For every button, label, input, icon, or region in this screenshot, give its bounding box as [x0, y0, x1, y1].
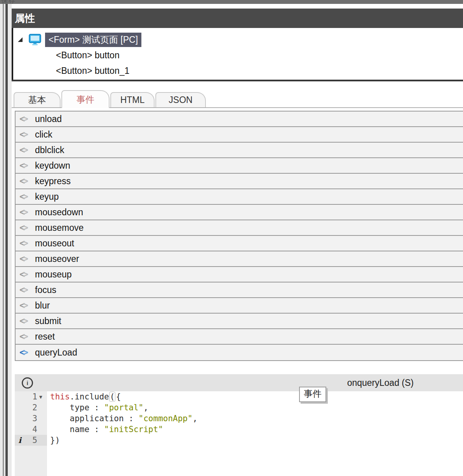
event-row-focus[interactable]: <> focus [16, 282, 463, 298]
code-brackets-icon: <> [19, 176, 33, 186]
code-segment: "initScript" [104, 425, 163, 434]
tooltip-text: 事件 [304, 389, 322, 399]
tab-label: 基本 [28, 94, 46, 106]
code-segment: application : [50, 414, 139, 423]
event-row-blur[interactable]: <> blur [16, 298, 463, 314]
app-screen: 保存 属性 <Form> 测试页面 [PC] <Button> button <… [0, 0, 463, 476]
code-segment: , [143, 403, 148, 412]
tree-item-button[interactable]: <Button> button [13, 47, 463, 63]
code-text: type : "portal", [47, 403, 148, 412]
tree-item-label: <Button> button_1 [56, 65, 129, 77]
event-row-keydown[interactable]: <> keydown [16, 158, 463, 174]
event-row-reset[interactable]: <> reset [16, 329, 463, 345]
tab-label: 事件 [77, 94, 94, 106]
event-name: mousemove [35, 223, 84, 233]
event-row-keypress[interactable]: <> keypress [16, 174, 463, 189]
tab-json[interactable]: JSON [155, 92, 206, 107]
event-name: unload [35, 114, 62, 124]
code-brackets-icon: <> [19, 114, 33, 124]
code-line-2: 2 type : "portal", [15, 402, 463, 413]
event-row-queryload[interactable]: <> queryLoad [16, 345, 463, 360]
tab-label: HTML [120, 95, 145, 105]
tree-item-label: <Form> 测试页面 [PC] [45, 33, 141, 47]
event-row-mouseover[interactable]: <> mouseover [16, 251, 463, 267]
tab-basic[interactable]: 基本 [14, 92, 61, 107]
code-brackets-icon: <> [19, 161, 33, 170]
editor-header: i onqueryLoad (S) [15, 374, 463, 391]
line-info-icon: i [17, 436, 23, 445]
code-text: this.include({ [47, 392, 121, 401]
code-brackets-icon: <> [19, 130, 33, 139]
line-number: 2 [23, 403, 39, 412]
tooltip: 事件 [299, 387, 326, 402]
event-row-keyup[interactable]: <> keyup [16, 189, 463, 205]
event-row-click[interactable]: <> click [16, 127, 463, 143]
code-segment: "commonApp" [139, 414, 193, 423]
event-name: focus [35, 285, 56, 295]
event-row-mousedown[interactable]: <> mousedown [16, 205, 463, 220]
event-row-unload[interactable]: <> unload [16, 112, 463, 127]
line-gutter: 1 ▼ [15, 391, 47, 402]
event-list: <> unload <> click <> dblclick <> keydow… [15, 111, 463, 361]
event-name: reset [35, 331, 55, 342]
event-row-submit[interactable]: <> submit [16, 314, 463, 329]
code-brackets-icon: <> [19, 239, 33, 248]
code-editor[interactable]: 1 ▼ this.include({ 2 type : "portal", 3 … [15, 391, 463, 476]
event-name: dblclick [35, 145, 64, 155]
splitter-stripe [5, 4, 8, 476]
code-brackets-icon: <> [19, 145, 33, 155]
code-brackets-icon: <> [19, 316, 33, 326]
panel-splitter[interactable] [0, 4, 12, 476]
event-name: mouseover [35, 254, 79, 264]
code-brackets-icon: <> [19, 223, 33, 232]
splitter-stripe [3, 4, 4, 476]
tab-label: JSON [169, 95, 192, 105]
code-line-3: 3 application : "commonApp", [15, 413, 463, 424]
partial-toolbar-text: 保存 [1, 0, 16, 4]
code-line-1: 1 ▼ this.include({ [15, 391, 463, 402]
fold-arrow-icon[interactable]: ▼ [39, 394, 47, 400]
event-name: blur [35, 300, 50, 311]
code-segment: name : [50, 425, 104, 434]
tab-html[interactable]: HTML [110, 92, 155, 107]
event-name: submit [35, 316, 61, 326]
event-row-mousemove[interactable]: <> mousemove [16, 220, 463, 236]
monitor-icon [29, 34, 41, 45]
tab-bar: 基本 事件 HTML JSON [12, 85, 463, 108]
line-number: 5 [23, 436, 39, 445]
panel-title: 属性 [12, 9, 463, 28]
code-brackets-icon: <> [19, 270, 33, 279]
line-number: 1 [23, 392, 39, 401]
tree-item-button-1[interactable]: <Button> button_1 [13, 63, 463, 78]
event-name: mousedown [35, 207, 83, 218]
line-number: 4 [23, 425, 39, 434]
component-tree: <Form> 测试页面 [PC] <Button> button <Button… [12, 28, 463, 80]
tree-item-form[interactable]: <Form> 测试页面 [PC] [13, 32, 463, 47]
line-number: 3 [23, 414, 39, 423]
code-brackets-icon: <> [19, 254, 33, 263]
code-segment: .include [70, 392, 109, 401]
event-row-mouseup[interactable]: <> mouseup [16, 267, 463, 282]
code-segment: ( [109, 392, 116, 402]
info-icon[interactable]: i [22, 377, 33, 389]
code-brackets-icon: <> [19, 192, 33, 201]
code-brackets-icon: <> [19, 207, 33, 217]
code-line-5: i 5 }) [15, 435, 463, 446]
expander-icon[interactable] [18, 37, 23, 42]
event-row-mouseout[interactable]: <> mouseout [16, 236, 463, 251]
tab-events[interactable]: 事件 [61, 90, 110, 108]
code-segment: "portal" [104, 403, 143, 412]
event-row-dblclick[interactable]: <> dblclick [16, 143, 463, 158]
code-text: application : "commonApp", [47, 414, 197, 423]
code-segment: , [193, 414, 198, 423]
code-brackets-icon: <> [19, 332, 33, 341]
event-name: mouseup [35, 269, 72, 280]
event-name: keydown [35, 160, 70, 171]
code-segment: { [116, 392, 121, 401]
tree-item-label: <Button> button [56, 49, 120, 62]
tree-divider-light [12, 81, 463, 82]
event-name: mouseout [35, 238, 74, 249]
code-segment: this [50, 392, 70, 401]
toolbar-strip: 保存 [0, 0, 463, 4]
line-gutter: i 5 [15, 435, 47, 446]
